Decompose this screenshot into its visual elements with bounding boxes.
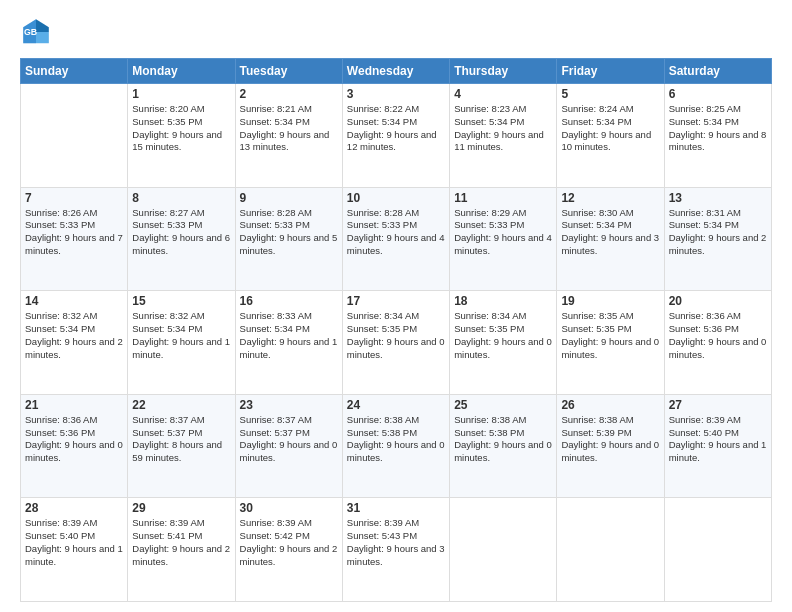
day-info: Sunrise: 8:32 AMSunset: 5:34 PMDaylight:… <box>25 310 123 361</box>
day-cell: 19Sunrise: 8:35 AMSunset: 5:35 PMDayligh… <box>557 291 664 395</box>
day-info: Sunrise: 8:39 AMSunset: 5:43 PMDaylight:… <box>347 517 445 568</box>
day-info: Sunrise: 8:26 AMSunset: 5:33 PMDaylight:… <box>25 207 123 258</box>
day-info: Sunrise: 8:36 AMSunset: 5:36 PMDaylight:… <box>25 414 123 465</box>
day-cell: 22Sunrise: 8:37 AMSunset: 5:37 PMDayligh… <box>128 394 235 498</box>
week-row-1: 1Sunrise: 8:20 AMSunset: 5:35 PMDaylight… <box>21 84 772 188</box>
day-info: Sunrise: 8:33 AMSunset: 5:34 PMDaylight:… <box>240 310 338 361</box>
svg-text:GB: GB <box>24 27 37 37</box>
day-cell <box>21 84 128 188</box>
day-cell: 24Sunrise: 8:38 AMSunset: 5:38 PMDayligh… <box>342 394 449 498</box>
day-cell: 5Sunrise: 8:24 AMSunset: 5:34 PMDaylight… <box>557 84 664 188</box>
day-cell: 13Sunrise: 8:31 AMSunset: 5:34 PMDayligh… <box>664 187 771 291</box>
day-number: 18 <box>454 294 552 308</box>
day-cell: 12Sunrise: 8:30 AMSunset: 5:34 PMDayligh… <box>557 187 664 291</box>
day-cell: 30Sunrise: 8:39 AMSunset: 5:42 PMDayligh… <box>235 498 342 602</box>
day-cell: 6Sunrise: 8:25 AMSunset: 5:34 PMDaylight… <box>664 84 771 188</box>
day-info: Sunrise: 8:34 AMSunset: 5:35 PMDaylight:… <box>454 310 552 361</box>
day-info: Sunrise: 8:37 AMSunset: 5:37 PMDaylight:… <box>132 414 230 465</box>
day-cell: 9Sunrise: 8:28 AMSunset: 5:33 PMDaylight… <box>235 187 342 291</box>
day-number: 6 <box>669 87 767 101</box>
day-number: 23 <box>240 398 338 412</box>
day-cell: 4Sunrise: 8:23 AMSunset: 5:34 PMDaylight… <box>450 84 557 188</box>
day-number: 4 <box>454 87 552 101</box>
day-number: 26 <box>561 398 659 412</box>
day-number: 22 <box>132 398 230 412</box>
day-number: 28 <box>25 501 123 515</box>
weekday-header-row: SundayMondayTuesdayWednesdayThursdayFrid… <box>21 59 772 84</box>
day-cell <box>450 498 557 602</box>
day-info: Sunrise: 8:24 AMSunset: 5:34 PMDaylight:… <box>561 103 659 154</box>
day-cell: 7Sunrise: 8:26 AMSunset: 5:33 PMDaylight… <box>21 187 128 291</box>
day-cell: 26Sunrise: 8:38 AMSunset: 5:39 PMDayligh… <box>557 394 664 498</box>
day-cell: 3Sunrise: 8:22 AMSunset: 5:34 PMDaylight… <box>342 84 449 188</box>
day-info: Sunrise: 8:20 AMSunset: 5:35 PMDaylight:… <box>132 103 230 154</box>
day-info: Sunrise: 8:21 AMSunset: 5:34 PMDaylight:… <box>240 103 338 154</box>
day-number: 24 <box>347 398 445 412</box>
day-cell: 18Sunrise: 8:34 AMSunset: 5:35 PMDayligh… <box>450 291 557 395</box>
weekday-saturday: Saturday <box>664 59 771 84</box>
day-number: 12 <box>561 191 659 205</box>
day-info: Sunrise: 8:23 AMSunset: 5:34 PMDaylight:… <box>454 103 552 154</box>
day-cell: 16Sunrise: 8:33 AMSunset: 5:34 PMDayligh… <box>235 291 342 395</box>
logo-icon: GB <box>20 16 52 48</box>
day-cell: 29Sunrise: 8:39 AMSunset: 5:41 PMDayligh… <box>128 498 235 602</box>
day-number: 1 <box>132 87 230 101</box>
svg-marker-2 <box>36 32 49 43</box>
day-number: 20 <box>669 294 767 308</box>
calendar-table: SundayMondayTuesdayWednesdayThursdayFrid… <box>20 58 772 602</box>
svg-marker-1 <box>36 19 49 32</box>
weekday-tuesday: Tuesday <box>235 59 342 84</box>
day-info: Sunrise: 8:35 AMSunset: 5:35 PMDaylight:… <box>561 310 659 361</box>
day-info: Sunrise: 8:25 AMSunset: 5:34 PMDaylight:… <box>669 103 767 154</box>
day-info: Sunrise: 8:38 AMSunset: 5:39 PMDaylight:… <box>561 414 659 465</box>
day-cell: 20Sunrise: 8:36 AMSunset: 5:36 PMDayligh… <box>664 291 771 395</box>
day-number: 25 <box>454 398 552 412</box>
day-number: 5 <box>561 87 659 101</box>
day-number: 17 <box>347 294 445 308</box>
day-info: Sunrise: 8:39 AMSunset: 5:40 PMDaylight:… <box>25 517 123 568</box>
day-cell <box>664 498 771 602</box>
weekday-monday: Monday <box>128 59 235 84</box>
day-info: Sunrise: 8:27 AMSunset: 5:33 PMDaylight:… <box>132 207 230 258</box>
day-info: Sunrise: 8:32 AMSunset: 5:34 PMDaylight:… <box>132 310 230 361</box>
weekday-sunday: Sunday <box>21 59 128 84</box>
week-row-3: 14Sunrise: 8:32 AMSunset: 5:34 PMDayligh… <box>21 291 772 395</box>
day-info: Sunrise: 8:31 AMSunset: 5:34 PMDaylight:… <box>669 207 767 258</box>
page: GB SundayMondayTuesdayWednesdayThursdayF… <box>0 0 792 612</box>
day-info: Sunrise: 8:34 AMSunset: 5:35 PMDaylight:… <box>347 310 445 361</box>
day-number: 3 <box>347 87 445 101</box>
day-number: 13 <box>669 191 767 205</box>
day-number: 21 <box>25 398 123 412</box>
day-number: 8 <box>132 191 230 205</box>
day-number: 7 <box>25 191 123 205</box>
day-cell: 10Sunrise: 8:28 AMSunset: 5:33 PMDayligh… <box>342 187 449 291</box>
day-cell: 27Sunrise: 8:39 AMSunset: 5:40 PMDayligh… <box>664 394 771 498</box>
day-cell: 8Sunrise: 8:27 AMSunset: 5:33 PMDaylight… <box>128 187 235 291</box>
week-row-2: 7Sunrise: 8:26 AMSunset: 5:33 PMDaylight… <box>21 187 772 291</box>
day-number: 9 <box>240 191 338 205</box>
logo: GB <box>20 16 56 48</box>
day-info: Sunrise: 8:38 AMSunset: 5:38 PMDaylight:… <box>454 414 552 465</box>
day-cell: 28Sunrise: 8:39 AMSunset: 5:40 PMDayligh… <box>21 498 128 602</box>
day-number: 2 <box>240 87 338 101</box>
header: GB <box>20 16 772 48</box>
day-info: Sunrise: 8:37 AMSunset: 5:37 PMDaylight:… <box>240 414 338 465</box>
day-cell: 31Sunrise: 8:39 AMSunset: 5:43 PMDayligh… <box>342 498 449 602</box>
day-number: 27 <box>669 398 767 412</box>
day-cell: 25Sunrise: 8:38 AMSunset: 5:38 PMDayligh… <box>450 394 557 498</box>
day-number: 16 <box>240 294 338 308</box>
day-cell <box>557 498 664 602</box>
day-info: Sunrise: 8:30 AMSunset: 5:34 PMDaylight:… <box>561 207 659 258</box>
day-cell: 11Sunrise: 8:29 AMSunset: 5:33 PMDayligh… <box>450 187 557 291</box>
day-info: Sunrise: 8:39 AMSunset: 5:40 PMDaylight:… <box>669 414 767 465</box>
day-cell: 21Sunrise: 8:36 AMSunset: 5:36 PMDayligh… <box>21 394 128 498</box>
weekday-wednesday: Wednesday <box>342 59 449 84</box>
day-info: Sunrise: 8:36 AMSunset: 5:36 PMDaylight:… <box>669 310 767 361</box>
day-number: 29 <box>132 501 230 515</box>
day-number: 19 <box>561 294 659 308</box>
day-info: Sunrise: 8:22 AMSunset: 5:34 PMDaylight:… <box>347 103 445 154</box>
day-info: Sunrise: 8:38 AMSunset: 5:38 PMDaylight:… <box>347 414 445 465</box>
day-info: Sunrise: 8:29 AMSunset: 5:33 PMDaylight:… <box>454 207 552 258</box>
day-cell: 2Sunrise: 8:21 AMSunset: 5:34 PMDaylight… <box>235 84 342 188</box>
day-number: 30 <box>240 501 338 515</box>
